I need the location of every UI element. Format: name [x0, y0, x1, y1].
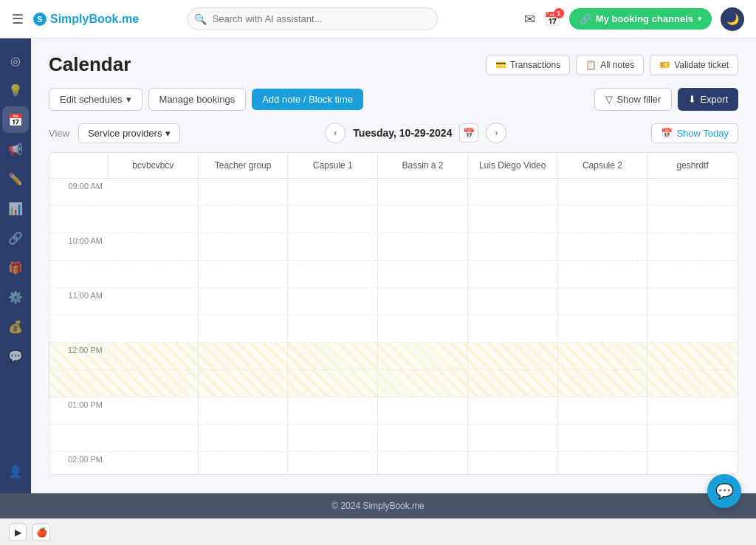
validate-ticket-button[interactable]: 🎫 Validate ticket	[650, 55, 738, 75]
calendar-cell[interactable]	[558, 261, 648, 287]
calendar-cell[interactable]	[109, 397, 199, 424]
calendar-cell[interactable]	[468, 425, 558, 451]
calendar-cell[interactable]	[378, 370, 468, 397]
calendar-cell[interactable]	[199, 288, 289, 315]
calendar-cell[interactable]	[647, 233, 738, 260]
calendar-cell[interactable]	[288, 233, 378, 260]
calendar-row[interactable]: 02:00 PM	[49, 452, 738, 474]
calendar-cell[interactable]	[109, 343, 199, 369]
edit-schedules-button[interactable]: Edit schedules ▾	[49, 88, 142, 111]
calendar-cell[interactable]	[468, 179, 558, 205]
calendar-cell[interactable]	[109, 315, 199, 342]
calendar-cell[interactable]	[468, 233, 558, 260]
calendar-cell[interactable]	[288, 288, 378, 315]
calendar-cell[interactable]	[378, 397, 468, 424]
sidebar-item-settings[interactable]: ⚙️	[2, 284, 29, 310]
sidebar-item-chat[interactable]: 💬	[2, 343, 29, 369]
calendar-cell[interactable]	[378, 288, 468, 315]
sidebar-item-location[interactable]: ◎	[2, 47, 29, 74]
calendar-cell[interactable]	[468, 343, 558, 369]
calendar-cell[interactable]	[647, 315, 738, 342]
calendar-cell[interactable]	[378, 452, 468, 474]
calendar-cell[interactable]	[288, 179, 378, 205]
calendar-cell[interactable]	[378, 425, 468, 451]
sidebar-item-finance[interactable]: 💰	[2, 313, 29, 340]
sidebar-item-profile[interactable]: 👤	[2, 458, 29, 484]
show-filter-button[interactable]: ▽ Show filler	[594, 88, 672, 111]
calendar-cell[interactable]	[647, 206, 738, 233]
calendar-cell[interactable]	[647, 452, 738, 474]
sidebar-item-reports[interactable]: 📊	[2, 195, 29, 222]
calendar-row[interactable]: 10:00 AM	[49, 233, 738, 261]
sidebar-item-marketing[interactable]: 📢	[2, 136, 29, 162]
calendar-cell[interactable]	[109, 179, 199, 205]
show-today-button[interactable]: 📅 Show Today	[651, 123, 738, 143]
manage-bookings-button[interactable]: Manage bookings	[148, 88, 247, 111]
calendar-cell[interactable]	[468, 206, 558, 233]
calendar-cell[interactable]	[199, 261, 289, 287]
calendar-cell[interactable]	[199, 425, 289, 451]
add-note-button[interactable]: Add note / Block time	[252, 89, 363, 110]
calendar-cell[interactable]	[558, 315, 648, 342]
calendar-cell[interactable]	[378, 343, 468, 369]
calendar-cell[interactable]	[558, 397, 648, 424]
calendar-cell[interactable]	[468, 288, 558, 315]
calendar-cell[interactable]	[199, 179, 289, 205]
calendar-cell[interactable]	[288, 261, 378, 287]
calendar-cell[interactable]	[199, 343, 289, 369]
mail-button[interactable]: ✉	[524, 11, 535, 27]
calendar-cell[interactable]	[558, 288, 648, 315]
calendar-cell[interactable]	[468, 370, 558, 397]
calendar-cell[interactable]	[199, 397, 289, 424]
calendar-cell[interactable]	[378, 261, 468, 287]
calendar-cell[interactable]	[109, 370, 199, 397]
calendar-cell[interactable]	[109, 206, 199, 233]
calendar-row[interactable]	[49, 261, 738, 288]
calendar-cell[interactable]	[558, 452, 648, 474]
export-button[interactable]: ⬇ Export	[678, 88, 738, 111]
calendar-cell[interactable]	[288, 397, 378, 424]
calendar-row[interactable]	[49, 425, 738, 452]
calendar-cell[interactable]	[647, 343, 738, 369]
booking-channels-button[interactable]: 🔗 My booking channels ▾	[569, 8, 712, 30]
calendar-cell[interactable]	[199, 370, 289, 397]
prev-date-button[interactable]: ‹	[325, 123, 346, 143]
calendar-cell[interactable]	[647, 179, 738, 205]
calendar-cell[interactable]	[647, 288, 738, 315]
notifications-button[interactable]: 📅 1	[544, 11, 560, 27]
calendar-cell[interactable]	[558, 343, 648, 369]
chat-fab-button[interactable]: 💬	[707, 474, 741, 508]
calendar-cell[interactable]	[378, 179, 468, 205]
calendar-cell[interactable]	[288, 206, 378, 233]
calendar-cell[interactable]	[288, 370, 378, 397]
sidebar-item-calendar[interactable]: 📅	[2, 106, 29, 133]
calendar-cell[interactable]	[558, 233, 648, 260]
apple-button[interactable]: 🍎	[32, 524, 50, 541]
calendar-cell[interactable]	[109, 261, 199, 287]
all-notes-button[interactable]: 📋 All notes	[576, 55, 644, 75]
sidebar-item-bulb[interactable]: 💡	[2, 77, 29, 103]
calendar-cell[interactable]	[468, 452, 558, 474]
calendar-cell[interactable]	[647, 261, 738, 287]
calendar-cell[interactable]	[647, 425, 738, 451]
next-date-button[interactable]: ›	[486, 123, 506, 143]
calendar-cell[interactable]	[378, 233, 468, 260]
calendar-row[interactable]: 01:00 PM	[49, 397, 738, 425]
calendar-cell[interactable]	[558, 206, 648, 233]
calendar-cell[interactable]	[468, 315, 558, 342]
calendar-cell[interactable]	[109, 452, 199, 474]
calendar-row[interactable]: 09:00 AM	[49, 179, 738, 206]
calendar-cell[interactable]	[468, 397, 558, 424]
calendar-cell[interactable]	[199, 233, 289, 260]
logo[interactable]: S SimplyBook.me	[32, 12, 139, 27]
calendar-row[interactable]	[49, 315, 738, 343]
calendar-cell[interactable]	[288, 452, 378, 474]
calendar-row[interactable]	[49, 370, 738, 397]
date-picker-button[interactable]: 📅	[459, 123, 478, 143]
calendar-cell[interactable]	[288, 343, 378, 369]
calendar-row[interactable]: 12:00 PM	[49, 343, 738, 370]
calendar-cell[interactable]	[109, 425, 199, 451]
calendar-cell[interactable]	[647, 370, 738, 397]
calendar-cell[interactable]	[109, 288, 199, 315]
search-input[interactable]	[187, 7, 438, 30]
